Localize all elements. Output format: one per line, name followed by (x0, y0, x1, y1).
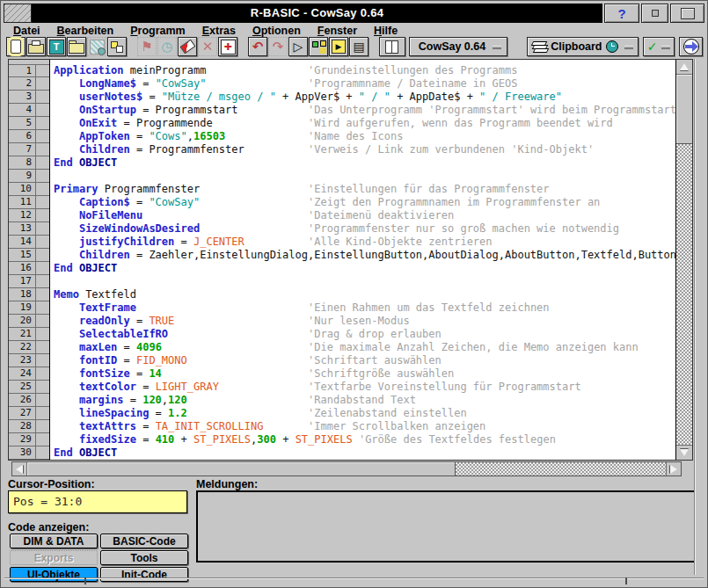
breakpoint-cell[interactable] (36, 77, 49, 90)
folder-icon[interactable] (67, 37, 86, 56)
breakpoint-cell[interactable] (36, 65, 49, 76)
code-line[interactable]: Children = Programmfenster 'Verweis / Li… (54, 143, 675, 156)
object-tree-icon[interactable] (309, 37, 328, 56)
horizontal-scroll-thumb[interactable] (27, 462, 456, 475)
code-line[interactable]: Memo Textfeld (54, 288, 675, 301)
code-line[interactable]: End OBJECT (54, 262, 675, 275)
breakpoint-cell[interactable] (36, 407, 49, 419)
breakpoint-cell[interactable] (36, 183, 49, 195)
scroll-left-button[interactable] (12, 462, 27, 475)
button-basic-code[interactable]: BASIC-Code (100, 534, 188, 548)
vertical-scrollbar[interactable] (675, 60, 692, 460)
run-dialog-icon[interactable]: ▶ (329, 37, 348, 56)
breakpoint-cell[interactable] (36, 143, 49, 156)
breakpoint-cell[interactable] (36, 249, 49, 261)
code-line[interactable]: margins = 120,120 'Randabstand Text (54, 394, 675, 407)
breakpoint-cell[interactable] (36, 130, 49, 142)
minimize-button[interactable] (641, 4, 668, 23)
resize-tick[interactable] (84, 577, 86, 584)
vertical-scroll-track[interactable] (676, 144, 692, 445)
new-file-icon[interactable] (6, 37, 26, 56)
scroll-down-button[interactable] (676, 445, 692, 460)
code-line[interactable]: Application meinProgramm 'Grundeinstellu… (54, 64, 675, 77)
text-tool-icon[interactable]: T (47, 37, 66, 56)
project-selector[interactable]: CowSay 0.64 (409, 37, 508, 56)
code-line[interactable]: justifyChildren = J_CENTER 'Alle Kind-Ob… (54, 236, 675, 249)
breakpoint-cell[interactable] (36, 381, 49, 393)
code-line[interactable]: AppToken = "Cows",16503 'Name des Icons (54, 130, 675, 143)
code-line[interactable]: textAttrs = TA_INIT_SCROLLING 'Immer Scr… (54, 420, 675, 433)
code-text[interactable]: Application meinProgramm 'Grundeinstellu… (50, 60, 675, 460)
breakpoint-cell[interactable] (36, 104, 49, 116)
horizontal-scroll-track[interactable] (456, 462, 666, 475)
code-line[interactable]: Primary Programmfenster 'Einstellungen f… (54, 183, 675, 196)
code-line[interactable]: TextFrame 'Einen Rahmen um das Textfeld … (54, 301, 675, 315)
breakpoint-cell[interactable] (36, 420, 49, 432)
button-tools[interactable]: Tools (100, 550, 188, 565)
vertical-scroll-thumb[interactable] (676, 75, 692, 144)
eraser-icon[interactable] (178, 37, 197, 56)
code-line[interactable]: SizeWindowAsDesired 'Programmfenster nur… (54, 222, 675, 236)
breakpoint-cell[interactable] (36, 262, 49, 274)
resize-tick[interactable] (625, 577, 627, 584)
breakpoint-cell[interactable] (36, 156, 49, 169)
breakpoint-cell[interactable] (36, 170, 49, 182)
code-line[interactable]: NoFileMenu 'Dateimenü deaktivieren (54, 209, 675, 222)
crosshair-icon[interactable]: ✚ (218, 37, 237, 56)
code-line[interactable]: userNotes$ = "Mütze / msgeo / " + AppVer… (54, 91, 675, 104)
copy-to-disk-icon[interactable] (107, 37, 127, 56)
breakpoint-cell[interactable] (36, 301, 49, 314)
breakpoint-cell[interactable] (36, 446, 49, 459)
code-line[interactable]: fontSize = 14 'Schriftgröße auswählen (54, 367, 675, 381)
code-line[interactable] (54, 275, 675, 288)
breakpoint-cell[interactable] (36, 433, 49, 446)
breakpoint-cell[interactable] (36, 354, 49, 367)
code-line[interactable]: End OBJECT (54, 446, 675, 460)
code-line[interactable]: readOnly = TRUE 'Nur lesen-Modus (54, 315, 675, 328)
code-line[interactable]: OnExit = Programmende 'Wird aufgerufen, … (54, 117, 675, 130)
breakpoint-cell[interactable] (36, 288, 49, 301)
scroll-up-button[interactable] (676, 60, 692, 75)
code-line[interactable]: lineSpacing = 1.2 'Zeilenabstand einstel… (54, 407, 675, 420)
maximize-button[interactable] (670, 4, 704, 23)
breakpoint-cell[interactable] (36, 394, 49, 406)
button-init-code[interactable]: Init-Code (100, 567, 188, 582)
breakpoint-cell[interactable] (36, 222, 49, 235)
help-button[interactable]: ? (604, 4, 639, 23)
button-dim-data[interactable]: DIM & DATA (10, 534, 98, 548)
breakpoint-cell[interactable] (36, 117, 49, 129)
code-line[interactable]: fontID = FID_MONO 'Schriftart auswählen (54, 354, 675, 367)
breakpoint-cell[interactable] (36, 328, 49, 340)
code-line[interactable]: SelectableIfRO 'Drag & drop erlauben (54, 328, 675, 341)
breakpoint-cell[interactable] (36, 91, 49, 103)
breakpoint-cell[interactable] (36, 196, 49, 208)
memo-list-icon[interactable]: ▤ (349, 37, 369, 56)
tile-windows-button[interactable] (379, 37, 405, 56)
scroll-right-button[interactable] (666, 462, 681, 475)
code-line[interactable]: End OBJECT (54, 156, 675, 170)
code-line[interactable]: Children = Zaehler,EinstellungDialog,Ein… (54, 249, 675, 262)
breakpoint-cell[interactable] (36, 341, 49, 353)
open-file-icon[interactable] (26, 37, 46, 56)
undo-icon[interactable]: ↶ (248, 37, 267, 56)
breakpoint-cell[interactable] (36, 209, 49, 221)
system-menu-icon[interactable] (4, 4, 32, 23)
code-line[interactable]: Caption$ = "CowSay" 'Zeigt den Programmn… (54, 196, 675, 209)
breakpoint-cell[interactable] (36, 275, 49, 287)
horizontal-scrollbar[interactable] (11, 461, 682, 476)
code-line[interactable]: textColor = LIGHT_GRAY 'Textfarbe Vorein… (54, 381, 675, 394)
code-line[interactable] (54, 170, 675, 183)
options-check-button[interactable]: ✓ (643, 37, 675, 56)
breakpoint-cell[interactable] (36, 315, 49, 327)
breakpoint-cell[interactable] (36, 236, 49, 248)
line-number-row: 25 (9, 381, 49, 394)
code-line[interactable]: LongName$ = "CowSay" 'Programmname / Dat… (54, 77, 675, 91)
code-line[interactable]: maxLen = 4096 'Die maximale Anzahl Zeich… (54, 341, 675, 354)
clipboard-button[interactable]: Clipboard (527, 37, 639, 56)
breakpoint-cell[interactable] (36, 367, 49, 380)
run-icon[interactable]: ▷ (288, 37, 308, 56)
code-line[interactable]: OnStartup = Programmstart 'Das Unterprog… (54, 104, 675, 117)
minimize-icon (652, 10, 659, 17)
code-line[interactable]: fixedSize = 410 + ST_PIXELS,300 + ST_PIX… (54, 433, 675, 446)
exit-button[interactable] (679, 37, 703, 56)
